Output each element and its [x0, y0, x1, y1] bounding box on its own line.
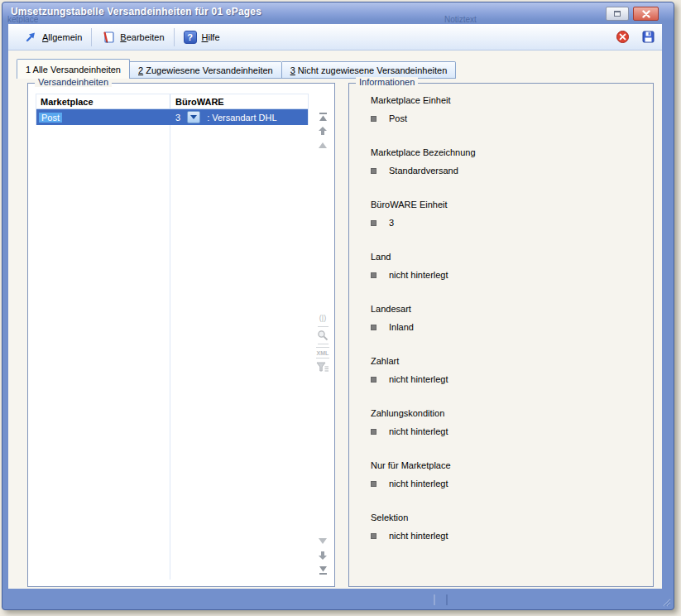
field-value: nicht hinterlegt	[389, 374, 448, 384]
xml-icon[interactable]: XML	[316, 347, 329, 359]
field-label: BüroWARE Einheit	[371, 200, 645, 211]
arrow-down-icon	[318, 551, 328, 561]
statusbar-divider	[446, 594, 448, 605]
tab-page: 1 Alle Versandeinheiten 2 Zugewiesene Ve…	[8, 51, 662, 589]
field-value: 3	[389, 218, 394, 228]
bueroware-description: : Versandart DHL	[207, 113, 276, 123]
info-field: BüroWARE Einheit3	[371, 200, 645, 252]
triangle-down-icon	[318, 537, 328, 546]
background-ghost-text: Notiztext	[444, 15, 477, 23]
search-icon[interactable]	[316, 330, 329, 341]
bullet-icon	[371, 377, 376, 383]
background-ghost-text: ketplace	[7, 15, 38, 23]
field-label: Zahlart	[371, 356, 645, 368]
informationen-groupbox: Informationen Marketplace EinheitPost Ma…	[348, 83, 654, 587]
tab-nicht-zugewiesene-versandeinheiten[interactable]: 3 Nicht zugewiesene Versandeinheiten	[282, 61, 457, 79]
dialog-window: Umsetzungstabelle Versandeinheiten für 0…	[2, 2, 674, 610]
field-label: Land	[371, 252, 645, 263]
field-label: Marketplace Einheit	[371, 95, 645, 107]
bullet-icon	[371, 429, 376, 435]
restore-button[interactable]	[606, 7, 629, 21]
tab-alle-versandeinheiten[interactable]: 1 Alle Versandeinheiten	[17, 59, 130, 79]
info-field: Marketplace BezeichnungStandardversand	[371, 147, 645, 200]
move-down-button[interactable]	[316, 550, 329, 561]
field-value: nicht hinterlegt	[389, 270, 448, 280]
save-floppy-icon	[641, 30, 655, 44]
window-title: Umsetzungstabelle Versandeinheiten für 0…	[2, 6, 261, 17]
triangle-up-icon	[318, 141, 328, 149]
move-to-bottom-button[interactable]	[316, 564, 329, 575]
info-field: Nur für Marketplacenicht hinterlegt	[371, 460, 645, 513]
marketplace-cell[interactable]: Post	[39, 113, 62, 123]
edit-document-icon	[101, 31, 115, 44]
scroll-up-button[interactable]	[316, 139, 329, 151]
groupbox-legend: Informationen	[356, 77, 418, 87]
arrow-up-icon	[318, 126, 328, 136]
field-value: nicht hinterlegt	[389, 479, 448, 488]
bullet-icon	[371, 220, 376, 226]
filter-icon[interactable]	[316, 361, 329, 373]
info-field: LandesartInland	[371, 304, 645, 356]
bullet-icon	[371, 481, 376, 487]
field-label: Selektion	[371, 513, 645, 524]
column-header-bueroware[interactable]: BüroWARE	[170, 97, 308, 107]
info-field: Marketplace EinheitPost	[371, 95, 645, 147]
cancel-icon	[616, 30, 630, 44]
allgemein-button[interactable]: Allgemein	[15, 26, 91, 48]
toolbar-item-label: Bearbeiten	[120, 32, 164, 42]
tab-bar: 1 Alle Versandeinheiten 2 Zugewiesene Ve…	[17, 59, 456, 79]
grid-control-strip: (|) XML	[314, 108, 331, 580]
field-value: Post	[389, 113, 407, 123]
column-header-marketplace[interactable]: Marketplace	[36, 94, 170, 108]
scroll-down-button[interactable]	[316, 536, 329, 547]
field-label: Landesart	[371, 304, 645, 315]
brackets-icon[interactable]: (|)	[316, 312, 329, 324]
toolbar-item-label: Allgemein	[42, 32, 82, 42]
bullet-icon	[371, 116, 376, 122]
dropdown-button[interactable]	[187, 111, 200, 123]
bullet-icon	[371, 325, 376, 330]
info-field: Landnicht hinterlegt	[371, 252, 645, 304]
statusbar-divider	[434, 594, 435, 605]
arrow-up-right-icon	[24, 31, 37, 44]
table-header-row: Marketplace BüroWARE	[36, 94, 308, 109]
field-label: Marketplace Bezeichnung	[371, 147, 645, 159]
bullet-icon	[371, 168, 376, 174]
field-value: nicht hinterlegt	[389, 426, 448, 436]
info-fields: Marketplace EinheitPost Marketplace Beze…	[371, 95, 645, 565]
bueroware-value: 3	[175, 113, 180, 123]
cancel-button[interactable]	[616, 30, 630, 44]
resize-grip[interactable]	[660, 596, 671, 607]
field-label: Nur für Marketplace	[371, 460, 645, 472]
info-field: Zahlartnicht hinterlegt	[371, 356, 645, 408]
column-divider	[170, 109, 170, 580]
toolbar: Allgemein Bearbeiten ? Hilfe	[8, 24, 662, 51]
field-value: nicht hinterlegt	[389, 531, 448, 541]
bullet-icon	[371, 533, 376, 539]
close-button[interactable]	[633, 7, 659, 21]
move-up-button[interactable]	[316, 125, 329, 137]
save-button[interactable]	[641, 30, 655, 44]
field-label: Zahlungskondition	[371, 408, 645, 420]
field-value: Inland	[389, 322, 414, 332]
restore-icon	[614, 11, 621, 17]
bullet-icon	[371, 272, 376, 278]
info-field: Selektionnicht hinterlegt	[371, 513, 645, 565]
titlebar[interactable]: Umsetzungstabelle Versandeinheiten für 0…	[2, 2, 674, 21]
tab-zugewiesene-versandeinheiten[interactable]: 2 Zugewiesene Versandeinheiten	[130, 61, 282, 79]
move-top-icon	[318, 112, 329, 123]
table-row-selected[interactable]: Post 3 : Versandart DHL	[36, 109, 308, 125]
versandeinheiten-table: Marketplace BüroWARE Post 3 : Versandart…	[36, 94, 309, 125]
hilfe-button[interactable]: ? Hilfe	[175, 26, 229, 48]
move-bottom-icon	[318, 565, 329, 575]
field-value: Standardversand	[389, 166, 458, 176]
info-field: Zahlungskonditionnicht hinterlegt	[371, 408, 645, 460]
versandeinheiten-groupbox: Versandeinheiten Marketplace BüroWARE Po…	[27, 83, 335, 587]
move-to-top-button[interactable]	[316, 111, 329, 123]
help-icon: ?	[184, 31, 197, 44]
chevron-down-icon	[190, 115, 197, 119]
bearbeiten-button[interactable]: Bearbeiten	[92, 26, 173, 48]
close-icon	[642, 10, 650, 18]
toolbar-item-label: Hilfe	[202, 32, 220, 42]
